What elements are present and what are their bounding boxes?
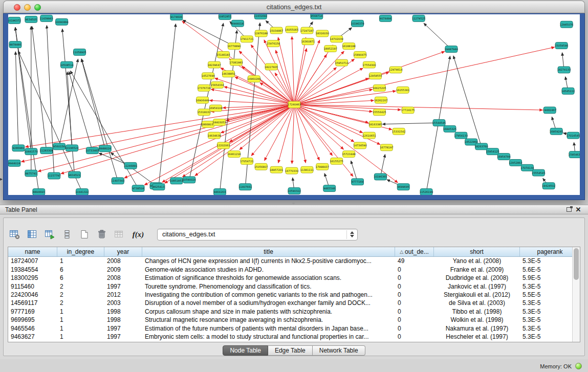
- table-row[interactable]: 1830029562008Estimation of significance …: [8, 274, 580, 282]
- graph-node[interactable]: 16360871: [301, 38, 315, 45]
- graph-node[interactable]: 16625205: [373, 85, 386, 92]
- table-cell[interactable]: 14569117: [8, 299, 57, 307]
- table-cell[interactable]: Structural magnetic resonance image aver…: [142, 316, 395, 323]
- table-cell[interactable]: 0: [395, 266, 434, 273]
- graph-node[interactable]: 15544545: [432, 120, 446, 126]
- column-header-in-degree[interactable]: in_degree: [57, 247, 104, 256]
- column-header-out-de-[interactable]: △out_de...: [395, 247, 434, 256]
- graph-edge[interactable]: [159, 24, 176, 185]
- graph-node[interactable]: 16770330: [285, 167, 298, 174]
- graph-node[interactable]: 16055361: [396, 86, 409, 93]
- graph-node[interactable]: 16954108: [209, 105, 222, 112]
- table-cell[interactable]: 2012: [104, 291, 142, 298]
- graph-node[interactable]: 12876188: [254, 30, 268, 37]
- column-header-pagerank[interactable]: pagerank: [520, 247, 580, 256]
- graph-edge[interactable]: [424, 23, 450, 48]
- graph-node[interactable]: 17074134: [520, 164, 534, 171]
- table-cell[interactable]: 9777169: [8, 308, 57, 315]
- table-cell[interactable]: Yano et al. (2008): [434, 257, 520, 265]
- graph-node[interactable]: 16262207: [374, 97, 387, 103]
- graph-node[interactable]: 15331542: [392, 128, 405, 135]
- graph-node[interactable]: 15318031: [197, 109, 210, 116]
- graph-edge[interactable]: [67, 72, 72, 146]
- graph-node[interactable]: 18316030: [316, 30, 329, 37]
- graph-node[interactable]: 11246891: [124, 162, 137, 169]
- graph-node[interactable]: 9464263: [214, 189, 226, 195]
- column-header-year[interactable]: year: [104, 247, 142, 256]
- graph-edge[interactable]: [295, 37, 306, 102]
- graph-node[interactable]: 12974614: [389, 67, 402, 73]
- graph-node[interactable]: 11279525: [412, 15, 425, 21]
- table-cell[interactable]: 5.3E-5: [520, 299, 580, 307]
- graph-node[interactable]: 8944018: [231, 20, 244, 27]
- graph-node[interactable]: 18239647: [207, 61, 221, 68]
- graph-edge[interactable]: [296, 100, 374, 104]
- table-cell[interactable]: 9463627: [8, 333, 57, 340]
- table-row[interactable]: 969969511998Structural magnetic resonanc…: [8, 316, 580, 324]
- table-cell[interactable]: 1997: [104, 325, 142, 332]
- graph-node[interactable]: 15554545: [532, 169, 545, 176]
- table-row[interactable]: 946362711997Embryonic stem cells: a mode…: [8, 333, 580, 341]
- table-cell[interactable]: 0: [395, 316, 434, 323]
- graph-node[interactable]: 16778197: [380, 144, 393, 151]
- graph-node[interactable]: 11431692: [254, 14, 267, 19]
- table-cell[interactable]: 2009: [104, 266, 142, 273]
- graph-node[interactable]: 12945076: [560, 21, 573, 28]
- table-row[interactable]: 1872400712008Changes of HCN gene express…: [8, 257, 580, 265]
- graph-node[interactable]: 18227835: [265, 63, 278, 70]
- table-cell[interactable]: Jankovic et al. (1997): [434, 283, 520, 290]
- window-titlebar[interactable]: citations_edges.txt: [3, 1, 585, 13]
- table-cell[interactable]: 0: [395, 308, 434, 315]
- select-columns-icon[interactable]: [25, 227, 39, 242]
- graph-edge[interactable]: [552, 117, 556, 129]
- table-cell[interactable]: Genome-wide association studies in ADHD.: [142, 266, 395, 273]
- import-table-icon[interactable]: [42, 227, 57, 242]
- close-panel-icon[interactable]: ✕: [574, 206, 583, 213]
- graph-node[interactable]: 9568714: [311, 14, 323, 19]
- minimize-window-button[interactable]: [24, 4, 31, 11]
- table-selector-dropdown[interactable]: citations_edges.txt: [157, 229, 358, 240]
- graph-node[interactable]: 9074494: [379, 15, 391, 21]
- table-cell[interactable]: 2: [57, 291, 104, 298]
- table-cell[interactable]: 1998: [104, 308, 142, 315]
- graph-edge[interactable]: [565, 77, 568, 89]
- graph-node[interactable]: 11283309: [40, 147, 53, 154]
- table-cell[interactable]: Tourette syndrome. Phenomenology and cla…: [142, 283, 395, 290]
- graph-edge[interactable]: [295, 106, 306, 163]
- graph-node[interactable]: 14734590: [353, 142, 366, 149]
- table-cell[interactable]: 6: [57, 274, 104, 281]
- graph-node[interactable]: 16055065: [285, 26, 298, 33]
- graph-node[interactable]: 15059546: [555, 42, 568, 49]
- graph-node[interactable]: 18274133: [557, 67, 571, 73]
- graph-edge[interactable]: [183, 20, 232, 45]
- column-header-title[interactable]: title: [142, 247, 395, 256]
- graph-node[interactable]: 9286980: [12, 145, 25, 151]
- graph-node[interactable]: 19424502: [542, 183, 555, 189]
- graph-node[interactable]: 17998437: [316, 163, 329, 170]
- graph-node[interactable]: 15034867: [270, 27, 283, 34]
- table-row[interactable]: 946554611997Estimation of the future num…: [8, 324, 580, 333]
- graph-node[interactable]: 18957201: [270, 166, 283, 173]
- panel-splitter[interactable]: [0, 201, 588, 205]
- table-cell[interactable]: 1: [57, 333, 104, 340]
- graph-edge[interactable]: [453, 56, 481, 144]
- table-cell[interactable]: 5.3E-5: [520, 325, 580, 332]
- delete-column-icon[interactable]: [95, 227, 109, 242]
- graph-node[interactable]: 10508514: [60, 61, 73, 68]
- table-cell[interactable]: 2: [57, 299, 104, 307]
- graph-node[interactable]: 8875741: [25, 170, 37, 177]
- close-window-button[interactable]: [14, 4, 20, 11]
- graph-node[interactable]: 9634521: [69, 171, 81, 178]
- graph-node[interactable]: 8988024: [99, 145, 111, 152]
- table-cell[interactable]: 49: [395, 257, 434, 265]
- table-cell[interactable]: 1998: [104, 316, 142, 323]
- table-cell[interactable]: 9699695: [8, 316, 57, 323]
- graph-node[interactable]: 17197187: [300, 27, 314, 34]
- graph-edge[interactable]: [382, 123, 437, 124]
- graph-node[interactable]: 11439943: [40, 15, 53, 21]
- table-cell[interactable]: 0: [395, 325, 434, 332]
- table-cell[interactable]: 5.3E-5: [520, 283, 580, 290]
- scrollbar-thumb[interactable]: [574, 248, 579, 280]
- graph-node[interactable]: 9465546: [323, 185, 336, 192]
- table-mode-icon[interactable]: [8, 227, 22, 242]
